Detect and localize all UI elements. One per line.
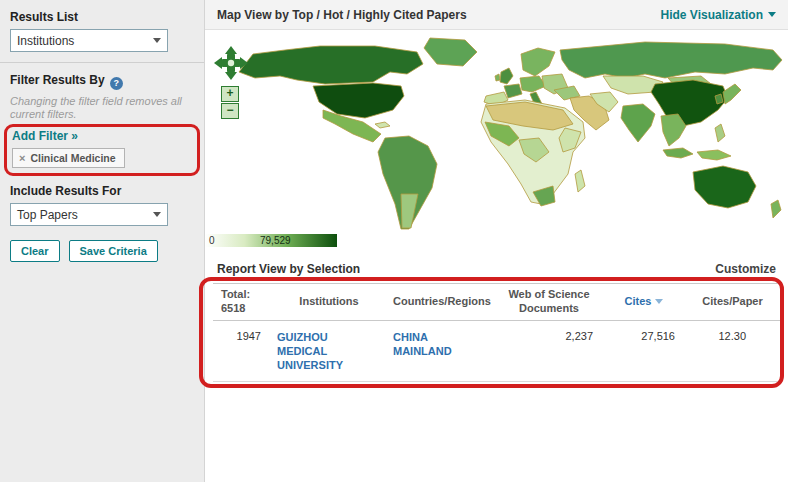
pan-control[interactable] xyxy=(214,46,248,80)
esi-results-screen: Results List Institutions Filter Results… xyxy=(0,0,788,482)
col-cites[interactable]: Cites xyxy=(603,284,685,321)
institution-link[interactable]: GUIZHOU MEDICAL UNIVERSITY xyxy=(277,330,363,373)
cites-value: 27,516 xyxy=(603,320,685,382)
report-bar: Report View by Selection Customize xyxy=(205,255,788,281)
results-table: Total: 6518 Institutions Countries/Regio… xyxy=(213,283,780,382)
legend-max-value: 79,529 xyxy=(260,235,291,246)
results-list-select[interactable]: Institutions xyxy=(10,29,168,52)
map-legend: 0 79,529 xyxy=(205,234,337,247)
chevron-down-icon xyxy=(768,12,776,17)
chevron-down-icon xyxy=(153,212,161,217)
country-link[interactable]: CHINA MAINLAND xyxy=(393,330,463,359)
map-header: Map View by Top / Hot / Highly Cited Pap… xyxy=(205,0,788,30)
include-results-value: Top Papers xyxy=(17,208,78,222)
results-list-value: Institutions xyxy=(17,34,74,48)
filter-sidebar: Results List Institutions Filter Results… xyxy=(0,0,205,482)
include-results-select[interactable]: Top Papers xyxy=(10,203,168,226)
documents-value: 2,237 xyxy=(495,320,603,382)
results-table-wrap: Total: 6518 Institutions Countries/Regio… xyxy=(213,283,780,382)
zoom-out-button[interactable]: − xyxy=(221,103,239,119)
include-results-label: Include Results For xyxy=(10,184,194,198)
row-count: 1947 xyxy=(213,320,271,382)
col-institutions: Institutions xyxy=(271,284,387,321)
col-total: Total: 6518 xyxy=(213,284,271,321)
filter-tag-clinical-medicine[interactable]: × Clinical Medicine xyxy=(12,148,125,168)
world-map[interactable] xyxy=(225,36,785,236)
cites-per-paper-value: 12.30 xyxy=(685,320,780,382)
table-row: 1947 GUIZHOU MEDICAL UNIVERSITY CHINA MA… xyxy=(213,320,780,382)
col-wos-documents[interactable]: Web of Science Documents xyxy=(495,284,603,321)
sidebar-divider xyxy=(0,62,204,63)
results-list-label: Results List xyxy=(10,10,194,24)
table-header-row: Total: 6518 Institutions Countries/Regio… xyxy=(213,284,780,321)
help-icon[interactable]: ? xyxy=(110,77,123,90)
customize-link[interactable]: Customize xyxy=(715,262,776,276)
remove-filter-icon[interactable]: × xyxy=(19,153,25,164)
filter-note: Changing the filter field removes all cu… xyxy=(10,95,182,123)
add-filter-link[interactable]: Add Filter » xyxy=(12,129,78,143)
clear-button[interactable]: Clear xyxy=(10,240,60,262)
chevron-down-icon xyxy=(153,38,161,43)
add-filter-section: Add Filter » × Clinical Medicine xyxy=(4,124,200,176)
col-cites-per-paper[interactable]: Cites/Paper xyxy=(685,284,780,321)
zoom-in-button[interactable]: + xyxy=(221,86,239,102)
filter-tag-label: Clinical Medicine xyxy=(30,152,115,164)
hide-visualization-link[interactable]: Hide Visualization xyxy=(661,8,776,22)
map-area: + − xyxy=(205,30,788,255)
sort-desc-icon xyxy=(655,299,663,304)
filter-results-by-label: Filter Results By? xyxy=(10,73,194,90)
save-criteria-button[interactable]: Save Criteria xyxy=(69,240,158,262)
map-title: Map View by Top / Hot / Highly Cited Pap… xyxy=(217,8,467,22)
col-countries-regions: Countries/Regions xyxy=(387,284,495,321)
report-title: Report View by Selection xyxy=(217,262,360,276)
main-panel: Map View by Top / Hot / Highly Cited Pap… xyxy=(205,0,788,482)
legend-min-value: 0 xyxy=(209,235,215,246)
